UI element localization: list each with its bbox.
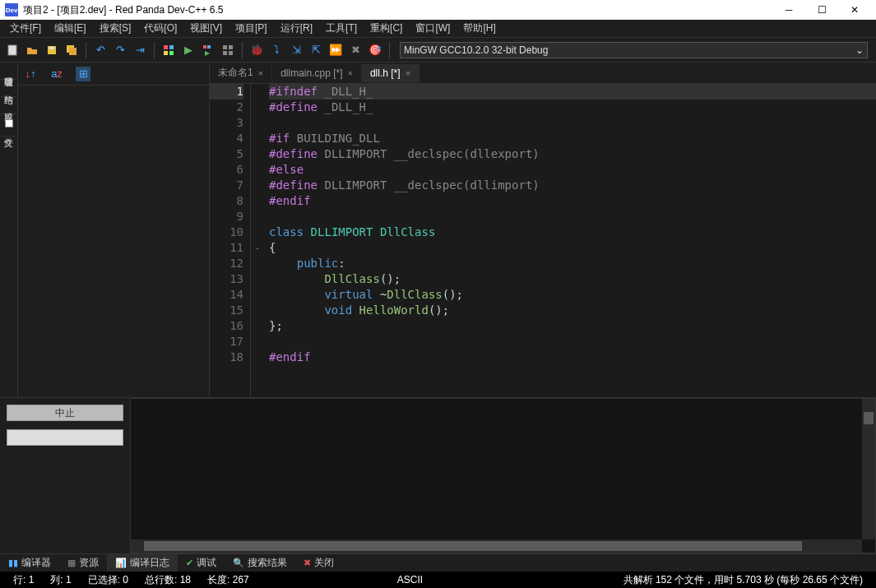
close-icon[interactable]: × (348, 68, 353, 78)
stop-button[interactable]: 中止 (7, 405, 123, 421)
svg-rect-12 (229, 45, 233, 49)
stop-debug-icon[interactable]: ✖ (346, 41, 364, 59)
rebuild-icon[interactable] (219, 41, 237, 59)
bottom-left: 中止 (0, 398, 130, 553)
svg-rect-5 (164, 45, 168, 49)
main-area: 项目管理 结构 监视 文件 ↓↑ az ⊞ 未命名1 × dllmain.cpp… (0, 63, 876, 397)
menu-search[interactable]: 搜索[S] (93, 20, 138, 37)
sort-alpha-icon[interactable]: az (49, 67, 64, 81)
btab-log[interactable]: 📊编译日志 (107, 554, 178, 572)
compiler-select[interactable]: MinGW GCC10.2.0 32-bit Debug ⌄ (400, 42, 868, 58)
app-icon: Dev (5, 3, 18, 16)
menu-tools[interactable]: 工具[T] (319, 20, 364, 37)
bars-icon: ▮▮ (8, 558, 18, 568)
btab-compiler[interactable]: ▮▮编译器 (0, 554, 59, 572)
debug-icon[interactable]: 🐞 (248, 41, 266, 59)
editor-tab-3[interactable]: dll.h [*] × (362, 64, 419, 82)
compiler-select-label: MinGW GCC10.2.0 32-bit Debug (404, 44, 548, 56)
save-icon[interactable] (43, 41, 61, 59)
step-over-icon[interactable]: ⤵ (267, 41, 285, 59)
maximize-button[interactable]: ☐ (805, 0, 838, 20)
menu-help[interactable]: 帮助[H] (457, 20, 502, 37)
status-total: 总行数: 18 (137, 573, 199, 587)
undo-icon[interactable]: ↶ (91, 41, 109, 59)
bottom-tabs: ▮▮编译器 ▦资源 📊编译日志 ✔调试 🔍搜索结果 ✖关闭 (0, 553, 876, 572)
menu-refactor[interactable]: 重构[C] (364, 20, 409, 37)
svg-rect-0 (8, 45, 16, 55)
menubar: 文件[F] 编辑[E] 搜索[S] 代码[O] 视图[V] 项目[P] 运行[R… (0, 20, 876, 38)
checkbox-icon (5, 119, 13, 127)
vertical-scrollbar[interactable] (862, 399, 875, 539)
step-into-icon[interactable]: ⇲ (287, 41, 305, 59)
close-icon[interactable]: × (258, 68, 263, 78)
status-sel: 已选择: 0 (80, 573, 137, 587)
side-tabs: 项目管理 结构 监视 文件 (0, 63, 18, 397)
empty-button[interactable] (7, 429, 123, 446)
run-icon[interactable]: ▶ (179, 41, 197, 59)
continue-icon[interactable]: ⏩ (327, 41, 345, 59)
new-file-icon[interactable] (3, 41, 21, 59)
chart-icon: 📊 (115, 558, 127, 568)
sort-desc-icon[interactable]: ↓↑ (23, 67, 38, 81)
scrollbar-thumb[interactable] (144, 541, 802, 551)
chevron-down-icon: ⌄ (855, 44, 864, 56)
side-tab-structure[interactable]: 结构 (0, 80, 17, 97)
svg-rect-2 (49, 47, 54, 49)
statusbar: 行: 1 列: 1 已选择: 0 总行数: 18 长度: 267 ASCII 共… (0, 572, 876, 588)
svg-rect-8 (169, 51, 174, 55)
save-all-icon[interactable] (63, 41, 81, 59)
menu-view[interactable]: 视图[V] (183, 20, 229, 37)
btab-search[interactable]: 🔍搜索结果 (225, 554, 295, 572)
editor-tab-1[interactable]: 未命名1 × (210, 63, 272, 83)
minimize-button[interactable]: ─ (772, 0, 805, 20)
compile-run-icon[interactable] (199, 41, 217, 59)
toolbar: ↶ ↷ ⇥ ▶ 🐞 ⤵ ⇲ ⇱ ⏩ ✖ 🎯 MinGW GCC10.2.0 32… (0, 38, 876, 63)
fold-gutter: - (251, 84, 264, 397)
debug-target-icon[interactable]: 🎯 (366, 41, 384, 59)
btab-resources[interactable]: ▦资源 (59, 554, 107, 572)
line-gutter: 123456789101112131415161718 (210, 84, 251, 397)
left-toolbar: ↓↑ az ⊞ (18, 63, 209, 86)
close-button[interactable]: ✕ (838, 0, 871, 20)
code-editor[interactable]: 123456789101112131415161718 - #ifndef _D… (210, 84, 876, 397)
menu-file[interactable]: 文件[F] (3, 20, 48, 37)
grid-icon: ▦ (67, 558, 76, 568)
left-content: ↓↑ az ⊞ (18, 63, 209, 397)
btab-close[interactable]: ✖关闭 (295, 554, 342, 572)
scrollbar-thumb[interactable] (864, 412, 874, 424)
tree-icon[interactable]: ⊞ (76, 67, 90, 81)
compile-icon[interactable] (160, 41, 178, 59)
left-panel: 项目管理 结构 监视 文件 ↓↑ az ⊞ (0, 63, 210, 397)
code-content[interactable]: #ifndef _DLL_H_#define _DLL_H_#if BUILDI… (264, 84, 876, 397)
side-tab-monitor[interactable]: 监视 (0, 97, 17, 114)
redo-icon[interactable]: ↷ (111, 41, 129, 59)
step-out-icon[interactable]: ⇱ (307, 41, 325, 59)
horizontal-scrollbar[interactable] (131, 539, 862, 553)
menu-project[interactable]: 项目[P] (229, 20, 274, 37)
editor-tab-2[interactable]: dllmain.cpp [*] × (272, 64, 362, 82)
bottom-panel: 中止 (0, 397, 876, 553)
svg-rect-4 (69, 48, 76, 55)
menu-edit[interactable]: 编辑[E] (48, 20, 93, 37)
menu-run[interactable]: 运行[R] (274, 20, 319, 37)
window-title: 项目2 - [项目2.dev] - Red Panda Dev-C++ 6.5 (23, 3, 223, 17)
btab-debug[interactable]: ✔调试 (178, 554, 225, 572)
open-file-icon[interactable] (23, 41, 41, 59)
side-tab-project[interactable]: 项目管理 (0, 63, 17, 80)
status-len: 长度: 267 (199, 573, 257, 587)
editor-area: 未命名1 × dllmain.cpp [*] × dll.h [*] × 123… (210, 63, 876, 397)
output-area[interactable] (130, 398, 876, 553)
menu-code[interactable]: 代码[O] (137, 20, 183, 37)
svg-rect-11 (223, 45, 227, 49)
status-line: 行: 1 (5, 573, 42, 587)
status-col: 列: 1 (42, 573, 79, 587)
status-encoding: ASCII (389, 574, 431, 586)
close-icon[interactable]: × (406, 68, 410, 78)
check-icon: ✔ (186, 558, 193, 568)
svg-rect-9 (203, 45, 206, 49)
svg-rect-6 (169, 45, 174, 49)
menu-window[interactable]: 窗口[W] (409, 20, 457, 37)
status-parse: 共解析 152 个文件，用时 5.703 秒 (每秒 26.65 个文件) (615, 573, 871, 587)
side-tab-file[interactable]: 文件 (0, 114, 17, 137)
indent-icon[interactable]: ⇥ (131, 41, 149, 59)
